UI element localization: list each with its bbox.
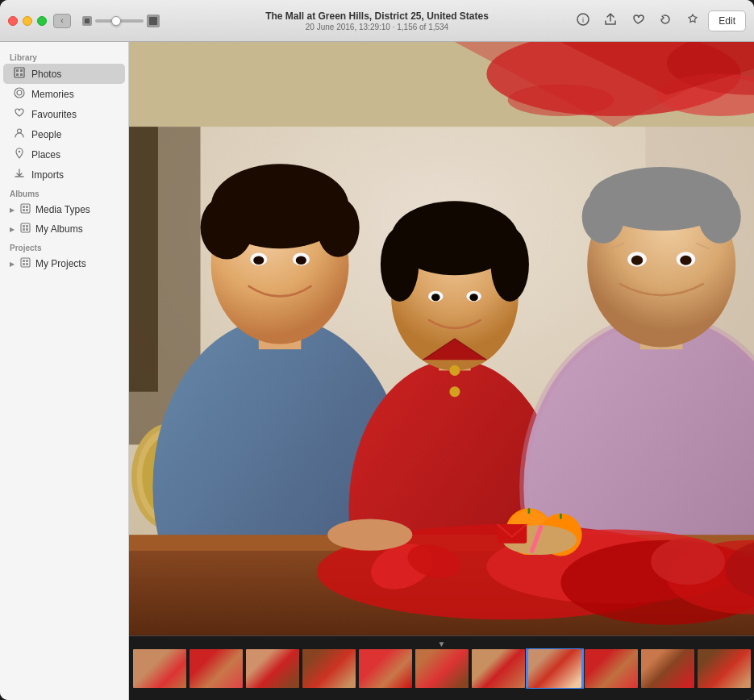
svg-point-44 xyxy=(201,196,254,260)
favorite-button[interactable] xyxy=(626,10,650,31)
svg-rect-15 xyxy=(26,206,28,208)
svg-point-12 xyxy=(19,151,20,152)
app-window: ‹ The Mall at Green Hills, District 25, … xyxy=(0,0,754,700)
sidebar-item-media-types[interactable]: ▶ Media Types xyxy=(3,200,125,219)
thumb-5[interactable] xyxy=(358,648,413,689)
title-center: The Mall at Green Hills, District 25, Un… xyxy=(265,10,489,31)
zoom-slider[interactable] xyxy=(95,19,144,23)
svg-point-60 xyxy=(449,365,460,376)
sidebar-label-imports: Imports xyxy=(31,169,64,181)
svg-rect-5 xyxy=(16,69,19,72)
photo-subtitle: 20 June 2016, 13:29:10 · 1,156 of 1,534 xyxy=(265,23,489,31)
svg-rect-35 xyxy=(129,127,158,392)
info-button[interactable]: i xyxy=(571,10,595,31)
sidebar-item-places[interactable]: Places xyxy=(3,144,125,165)
sidebar-item-memories[interactable]: Memories xyxy=(3,84,125,104)
svg-rect-23 xyxy=(21,258,30,267)
thumb-2[interactable] xyxy=(189,648,244,689)
thumb-10[interactable] xyxy=(640,648,695,689)
rotate-icon xyxy=(659,13,672,28)
my-albums-icon xyxy=(19,223,31,235)
sidebar-label-my-albums: My Albums xyxy=(35,223,83,235)
svg-rect-22 xyxy=(26,228,28,231)
svg-rect-26 xyxy=(23,263,25,265)
sidebar-item-favourites[interactable]: Favourites xyxy=(3,104,125,124)
close-button[interactable] xyxy=(8,16,18,26)
back-arrow-icon: ‹ xyxy=(60,16,63,25)
svg-rect-13 xyxy=(21,204,30,213)
sidebar-label-favourites: Favourites xyxy=(31,109,77,120)
main-photo[interactable] xyxy=(129,42,754,635)
sidebar-item-my-projects[interactable]: ▶ My Projects xyxy=(3,254,125,273)
minimize-button[interactable] xyxy=(23,16,32,26)
edit-button[interactable]: Edit xyxy=(708,10,746,31)
people-icon xyxy=(13,127,26,141)
thumb-1[interactable] xyxy=(132,648,187,689)
sidebar-item-imports[interactable]: Imports xyxy=(3,165,125,185)
my-projects-icon xyxy=(19,257,31,270)
thumb-11[interactable] xyxy=(697,648,752,689)
zoom-out-icon xyxy=(82,16,92,26)
thumb-4[interactable] xyxy=(302,648,356,689)
zoom-slider-area xyxy=(82,15,160,27)
places-icon xyxy=(13,148,26,161)
filmstrip: ▼ xyxy=(129,635,754,700)
svg-rect-4 xyxy=(15,68,24,77)
svg-rect-1 xyxy=(149,17,157,25)
svg-point-72 xyxy=(680,256,691,265)
svg-point-45 xyxy=(317,198,360,257)
svg-rect-24 xyxy=(23,260,25,262)
svg-point-48 xyxy=(253,256,264,265)
photo-view-area: ▼ xyxy=(129,42,754,700)
my-projects-arrow-icon: ▶ xyxy=(10,260,15,268)
traffic-lights xyxy=(8,16,47,26)
svg-rect-8 xyxy=(20,73,23,76)
thumb-9[interactable] xyxy=(584,648,639,689)
svg-rect-16 xyxy=(23,209,25,211)
thumb-8[interactable] xyxy=(527,648,582,689)
heart-icon xyxy=(631,13,644,28)
svg-rect-21 xyxy=(23,228,25,231)
albums-section-label: Albums xyxy=(0,185,128,200)
rotate-button[interactable] xyxy=(653,10,677,31)
adjust-button[interactable] xyxy=(681,10,705,31)
sidebar-label-places: Places xyxy=(31,149,60,160)
sidebar-label-people: People xyxy=(31,129,61,140)
library-section-label: Library xyxy=(0,48,128,64)
thumb-7[interactable] xyxy=(471,648,526,689)
svg-rect-0 xyxy=(85,19,90,23)
svg-point-86 xyxy=(651,538,725,585)
svg-rect-20 xyxy=(26,225,28,227)
thumb-6[interactable] xyxy=(414,648,469,689)
svg-rect-25 xyxy=(26,260,28,262)
photos-icon xyxy=(13,67,26,81)
sidebar-item-people[interactable]: People xyxy=(3,124,125,144)
sidebar: Library Photos xyxy=(0,42,129,700)
svg-point-59 xyxy=(469,294,478,301)
svg-rect-19 xyxy=(23,225,25,227)
filmstrip-scroll-indicator: ▼ xyxy=(438,640,446,648)
svg-point-88 xyxy=(327,519,412,550)
sidebar-label-photos: Photos xyxy=(31,69,61,80)
thumb-3[interactable] xyxy=(245,648,300,689)
svg-text:i: i xyxy=(582,16,584,24)
svg-rect-18 xyxy=(21,223,30,232)
back-button[interactable]: ‹ xyxy=(53,14,71,28)
adjust-icon xyxy=(686,13,699,28)
svg-rect-6 xyxy=(20,69,23,72)
sidebar-item-my-albums[interactable]: ▶ My Albums xyxy=(3,219,125,239)
photo-image xyxy=(129,42,754,635)
favourites-icon xyxy=(13,107,26,121)
svg-point-49 xyxy=(296,256,306,265)
zoom-thumb[interactable] xyxy=(111,16,121,26)
sidebar-item-photos[interactable]: Photos xyxy=(3,64,125,84)
svg-rect-14 xyxy=(23,206,25,208)
maximize-button[interactable] xyxy=(37,16,47,26)
share-icon xyxy=(604,13,617,28)
svg-point-10 xyxy=(17,90,22,95)
svg-point-11 xyxy=(18,129,22,133)
filmstrip-scroll-area[interactable] xyxy=(129,648,754,689)
svg-point-71 xyxy=(631,256,643,265)
my-albums-arrow-icon: ▶ xyxy=(10,226,15,233)
share-button[interactable] xyxy=(598,10,623,31)
